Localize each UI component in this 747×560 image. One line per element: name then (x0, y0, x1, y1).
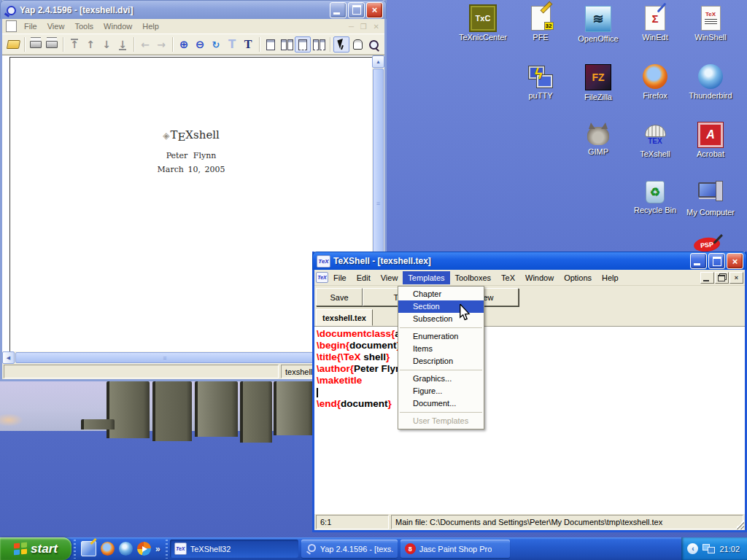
menu-item-enumeration[interactable]: Enumeration (398, 330, 484, 343)
desktop-icon-texniccenter[interactable]: TxCTeXnicCenter (457, 6, 509, 42)
save-button[interactable]: Save (316, 288, 363, 306)
code-segment: \author{ (317, 363, 354, 374)
texshell-titlebar[interactable]: TeX TeXShell - [texshell.tex] × (312, 252, 747, 270)
desktop-icon-openoffice[interactable]: ≋OpenOffice (572, 6, 624, 43)
desktop-icon-pfe[interactable]: 32PFE (514, 6, 567, 42)
desktop-icon-mycomputer[interactable]: My Computer (684, 181, 737, 217)
wallpaper-stonehenge (0, 381, 314, 537)
network-tray-icon[interactable] (703, 544, 715, 553)
menu-view[interactable]: View (376, 271, 403, 284)
desktop-icon-firefox[interactable]: Firefox (629, 64, 681, 100)
maximize-button[interactable] (348, 2, 365, 18)
select-tool-icon[interactable] (333, 36, 349, 52)
print-setup-icon[interactable] (44, 36, 60, 52)
menu-help[interactable]: Help (597, 271, 624, 284)
desktop-icon-texshell[interactable]: TEXTeXshell (629, 122, 681, 158)
latex-editor[interactable]: \documentclass{article}\begin{document}\… (314, 326, 745, 514)
resize-grip[interactable] (735, 520, 744, 529)
menu-file[interactable]: File (328, 271, 352, 284)
magnifier-tool-icon[interactable] (365, 36, 382, 52)
minimize-button[interactable] (330, 2, 347, 18)
continuous-icon[interactable] (295, 36, 311, 52)
menu-item-figure[interactable]: Figure... (398, 385, 484, 397)
show-desktop-quicklaunch-icon[interactable] (81, 541, 96, 556)
mdi-close-button[interactable]: × (729, 272, 743, 284)
task-button-texshell[interactable]: TeXTeXShell32 (170, 540, 298, 558)
hand-tool-icon[interactable] (349, 36, 365, 52)
desktop-icon-filezilla[interactable]: FZFileZilla (572, 64, 624, 101)
continuous-facing-icon[interactable] (311, 36, 327, 52)
open-icon[interactable] (5, 36, 21, 52)
forward-icon[interactable] (153, 36, 169, 52)
zoom-in-icon[interactable] (176, 36, 192, 52)
desktop-icon-thunderbird[interactable]: Thunderbird (684, 64, 737, 100)
editor-tab-texshell[interactable]: texshell.tex (316, 309, 373, 326)
start-button[interactable]: start (0, 537, 71, 560)
print-icon[interactable] (28, 36, 44, 52)
prev-page-icon[interactable] (82, 36, 98, 52)
texshell-menu-items: FileEditViewTemplatesToolboxesTeXWindowO… (328, 271, 624, 284)
media-player-quicklaunch-icon[interactable] (137, 542, 151, 556)
putty-icon: ϟ (528, 64, 553, 89)
firefox-quicklaunch-icon[interactable] (101, 542, 115, 556)
menu-help[interactable]: Help (137, 20, 164, 33)
menu-window[interactable]: Window (98, 20, 137, 33)
icon-glyph: ϟ (535, 66, 543, 82)
desktop-icon-gimp[interactable]: GIMP (572, 122, 624, 156)
single-page-icon[interactable] (263, 36, 279, 52)
maximize-button[interactable] (708, 253, 725, 269)
first-page-icon[interactable] (66, 36, 82, 52)
tray-chevron-button[interactable]: ‹ (687, 543, 698, 554)
desktop-icon-recyclebin[interactable]: ♻Recycle Bin (629, 181, 681, 214)
close-button[interactable]: × (366, 2, 383, 18)
menu-item-chapter[interactable]: Chapter (398, 288, 484, 300)
menu-tools[interactable]: Tools (69, 20, 98, 33)
facing-pages-icon[interactable] (279, 36, 295, 52)
toolbar-group (5, 36, 21, 52)
menu-toolboxes[interactable]: Toolboxes (450, 271, 497, 284)
task-button-yap[interactable]: Yap 2.4.1596 - [texs... (301, 540, 398, 558)
minimize-button[interactable] (690, 253, 707, 269)
back-icon[interactable] (137, 36, 153, 52)
text-mode-icon[interactable] (240, 36, 256, 52)
desktop-icon-acrobat[interactable]: AAcrobat (684, 122, 737, 158)
menu-view[interactable]: View (42, 20, 70, 33)
scroll-up-button[interactable]: ▲ (372, 55, 384, 68)
zoom-out-icon[interactable] (192, 36, 208, 52)
desktop-icon-label: TeXnicCenter (457, 33, 509, 42)
menu-options[interactable]: Options (559, 271, 597, 284)
standing-stone (243, 381, 272, 443)
mdi-restore-button[interactable] (715, 272, 729, 284)
menu-window[interactable]: Window (520, 271, 559, 284)
menu-tex[interactable]: TeX (496, 271, 520, 284)
thunderbird-quicklaunch-icon[interactable] (119, 542, 133, 556)
menu-separator (400, 412, 482, 413)
menu-file[interactable]: File (19, 20, 42, 33)
task-button-psp[interactable]: 8Jasc Paint Shop Pro (400, 540, 510, 558)
menu-item-items[interactable]: Items (398, 343, 484, 355)
menu-item-description[interactable]: Description (398, 355, 484, 368)
menu-edit[interactable]: Edit (352, 271, 376, 284)
task-button-label: Jasc Paint Shop Pro (419, 545, 492, 553)
menu-item-graphics[interactable]: Graphics... (398, 373, 484, 385)
code-segment: \end{ (317, 398, 341, 409)
texniccenter-icon: TxC (471, 6, 495, 31)
menu-item-user-templates[interactable]: User Templates (398, 415, 484, 427)
refresh-icon[interactable] (208, 36, 224, 52)
menu-item-document[interactable]: Document... (398, 397, 484, 410)
yap-titlebar[interactable]: Yap 2.4.1596 - [texshell.dvi] × (0, 0, 387, 19)
text-outline-icon[interactable] (224, 36, 240, 52)
desktop-icon-putty[interactable]: ϟpuTTY (514, 64, 567, 100)
desktop-icon-winedt[interactable]: ΣWinEdt (629, 6, 681, 42)
scroll-left-button[interactable]: ◀ (2, 351, 15, 364)
toolbar-group (176, 36, 256, 52)
desktop-icon-winshell[interactable]: TeXWinShell (684, 6, 737, 42)
menu-templates[interactable]: Templates (403, 271, 449, 284)
next-page-icon[interactable] (98, 36, 115, 52)
mdi-minimize-button[interactable] (700, 272, 714, 284)
yap-status-message (4, 365, 279, 378)
horizontal-scroll-thumb[interactable] (15, 352, 314, 363)
last-page-icon[interactable] (115, 36, 131, 52)
quicklaunch-overflow-chevron[interactable]: » (155, 544, 160, 554)
close-button[interactable]: × (727, 253, 743, 269)
